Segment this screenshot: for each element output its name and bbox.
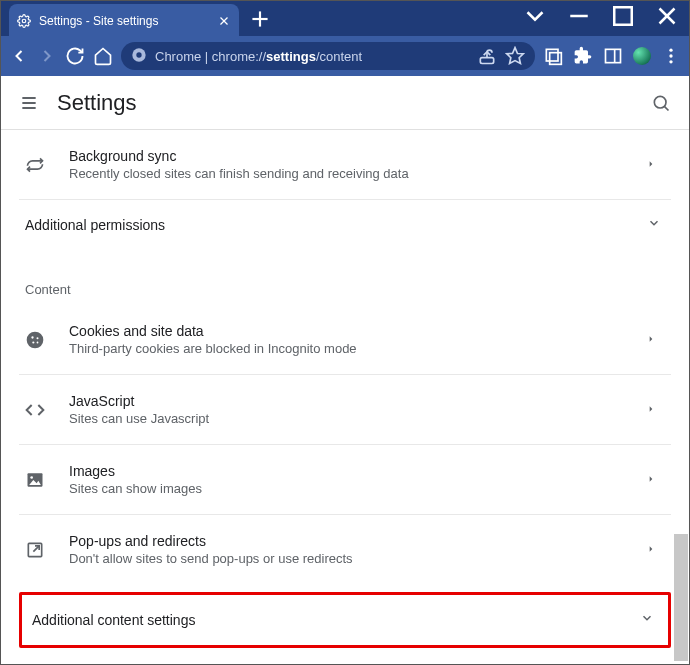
svg-point-23 <box>654 96 666 108</box>
row-title: Images <box>69 463 637 479</box>
chevron-right-icon <box>637 471 665 489</box>
row-title: Cookies and site data <box>69 323 637 339</box>
row-background-sync[interactable]: Background sync Recently closed sites ca… <box>19 130 671 200</box>
row-subtitle: Don't allow sites to send pop-ups or use… <box>69 551 637 566</box>
tab-title: Settings - Site settings <box>39 14 209 28</box>
row-cookies[interactable]: Cookies and site data Third-party cookie… <box>19 305 671 375</box>
row-subtitle: Sites can show images <box>69 481 637 496</box>
svg-point-18 <box>669 54 672 57</box>
chevron-right-icon <box>637 541 665 559</box>
minimize-button[interactable] <box>557 1 601 31</box>
scrollbar-thumb[interactable] <box>674 534 688 661</box>
new-tab-button[interactable] <box>247 6 273 32</box>
row-additional-content-settings[interactable]: Additional content settings <box>22 595 668 645</box>
svg-marker-36 <box>650 476 653 481</box>
row-label: Additional content settings <box>32 612 195 628</box>
svg-marker-38 <box>650 546 653 551</box>
star-icon[interactable] <box>505 46 525 66</box>
browser-chrome: Settings - Site settings Chrome | chrome… <box>1 1 689 76</box>
page-header: Settings <box>1 76 689 130</box>
row-additional-permissions[interactable]: Additional permissions <box>19 200 671 250</box>
svg-point-30 <box>37 341 39 343</box>
svg-rect-11 <box>480 58 493 64</box>
cookie-icon <box>25 330 45 350</box>
chevron-right-icon <box>637 156 665 174</box>
tab-bar: Settings - Site settings <box>1 1 689 36</box>
settings-page: Settings Background sync Recently closed… <box>1 76 689 661</box>
row-subtitle: Sites can use Javascript <box>69 411 637 426</box>
url-text: Chrome | chrome://settings/content <box>155 49 362 64</box>
row-title: Background sync <box>69 148 637 164</box>
svg-rect-15 <box>606 49 621 62</box>
sync-icon <box>25 155 45 175</box>
row-subtitle: Third-party cookies are blocked in Incog… <box>69 341 637 356</box>
svg-point-19 <box>669 60 672 63</box>
extensions-icon[interactable] <box>573 46 593 66</box>
svg-point-17 <box>669 49 672 52</box>
chevron-right-icon <box>637 331 665 349</box>
svg-marker-25 <box>650 161 653 166</box>
back-button[interactable] <box>9 46 29 66</box>
svg-point-35 <box>30 476 33 479</box>
svg-rect-13 <box>546 49 558 61</box>
search-icon[interactable] <box>651 93 671 113</box>
svg-point-27 <box>31 336 33 338</box>
toolbar: Chrome | chrome://settings/content <box>1 36 689 76</box>
svg-point-0 <box>22 19 26 23</box>
code-icon <box>25 400 45 420</box>
profile-avatar[interactable] <box>633 47 651 65</box>
svg-point-10 <box>136 52 141 57</box>
section-heading-content: Content <box>19 250 671 305</box>
chevron-down-icon[interactable] <box>513 1 557 31</box>
svg-marker-12 <box>507 48 524 64</box>
highlight-box: Additional content settings <box>19 592 671 648</box>
kebab-menu-icon[interactable] <box>661 46 681 66</box>
svg-rect-14 <box>550 53 562 65</box>
chevron-right-icon <box>637 401 665 419</box>
popup-icon <box>25 540 45 560</box>
hamburger-icon[interactable] <box>19 93 39 113</box>
sidepanel-icon[interactable] <box>603 46 623 66</box>
svg-rect-6 <box>614 7 632 25</box>
svg-point-26 <box>27 331 44 348</box>
maximize-button[interactable] <box>601 1 645 31</box>
row-title: Pop-ups and redirects <box>69 533 637 549</box>
row-popups[interactable]: Pop-ups and redirects Don't allow sites … <box>19 515 671 584</box>
home-button[interactable] <box>93 46 113 66</box>
svg-marker-32 <box>650 406 653 411</box>
row-label: Additional permissions <box>25 217 165 233</box>
svg-line-24 <box>664 106 668 110</box>
collections-icon[interactable] <box>543 46 563 66</box>
chevron-down-icon <box>636 611 658 629</box>
reload-button[interactable] <box>65 46 85 66</box>
page-title: Settings <box>57 90 137 116</box>
svg-marker-31 <box>650 336 653 341</box>
chevron-down-icon <box>643 216 665 234</box>
close-window-button[interactable] <box>645 1 689 31</box>
svg-point-28 <box>37 337 39 339</box>
forward-button[interactable] <box>37 46 57 66</box>
chrome-logo-icon <box>131 47 147 66</box>
address-bar[interactable]: Chrome | chrome://settings/content <box>121 42 535 70</box>
extension-icons <box>543 46 681 66</box>
row-title: JavaScript <box>69 393 637 409</box>
window-controls <box>513 1 689 31</box>
browser-tab[interactable]: Settings - Site settings <box>9 4 239 37</box>
row-javascript[interactable]: JavaScript Sites can use Javascript <box>19 375 671 445</box>
row-images[interactable]: Images Sites can show images <box>19 445 671 515</box>
settings-list: Background sync Recently closed sites ca… <box>1 130 689 648</box>
gear-icon <box>17 14 31 28</box>
image-icon <box>25 470 45 490</box>
share-icon[interactable] <box>477 46 497 66</box>
svg-point-29 <box>32 341 34 343</box>
close-icon[interactable] <box>217 14 231 28</box>
row-subtitle: Recently closed sites can finish sending… <box>69 166 637 181</box>
